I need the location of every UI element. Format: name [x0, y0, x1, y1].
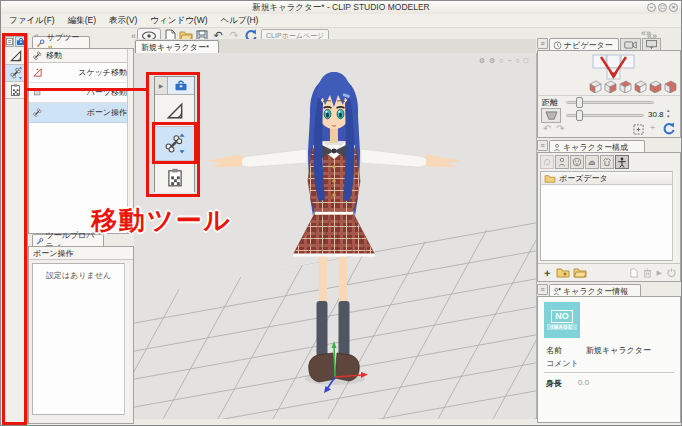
cube-right-icon[interactable]: [633, 80, 647, 93]
structure-scrollbar[interactable]: [672, 171, 678, 261]
cube-top-icon[interactable]: [648, 80, 662, 93]
tool-property-scrollbar[interactable]: [124, 263, 130, 415]
menu-help[interactable]: ヘルプ(H): [221, 15, 259, 27]
annotation-label: 移動ツール: [91, 203, 232, 238]
clothes-filter-button[interactable]: [600, 155, 614, 169]
cube-bottom-icon[interactable]: [663, 80, 677, 93]
angle-slider-thumb[interactable]: [576, 110, 583, 121]
power-icon[interactable]: [667, 268, 676, 277]
tool-material-button[interactable]: [4, 82, 27, 99]
tool-property-empty-message: 設定はありません: [33, 270, 124, 281]
tool-move-button[interactable]: [4, 65, 27, 82]
distance-slider-thumb[interactable]: [576, 97, 583, 108]
cube-front-icon[interactable]: [588, 80, 602, 93]
bone-operation-icon: [32, 107, 43, 118]
no-image-bottom: IMAGE: [547, 324, 576, 330]
toolbox-icon: [16, 37, 26, 46]
subtool-item-parts-move[interactable]: パーツ移動: [29, 83, 133, 103]
palette-sketch-button[interactable]: [155, 95, 194, 127]
camera-orientation-widget[interactable]: [591, 54, 639, 80]
body-icon: [557, 157, 567, 167]
toolbox-minitab[interactable]: [15, 36, 27, 47]
add-icon[interactable]: ＋: [542, 266, 552, 280]
play-icon[interactable]: ▶: [657, 269, 662, 277]
structure-list: ポーズデータ: [540, 171, 674, 261]
navigator-menu-button[interactable]: ≡: [537, 38, 548, 49]
accessory-filter-button[interactable]: [585, 155, 599, 169]
tool-sketch-button[interactable]: [4, 48, 27, 65]
tool-panel: [3, 34, 28, 424]
body-filter-button[interactable]: [555, 155, 569, 169]
subtool-tab-icon: [36, 39, 45, 48]
right-collapse-icons[interactable]: «»: [641, 28, 651, 38]
menu-window[interactable]: ウィンドウ(W): [150, 15, 207, 27]
tool-property-panel: ボーン操作 設定はありません: [28, 246, 134, 424]
no-image-top: NO: [551, 310, 573, 323]
cube-left-icon[interactable]: [618, 80, 632, 93]
tool-list-minitab[interactable]: [5, 36, 14, 47]
palette-move-button[interactable]: [155, 127, 194, 161]
pose-filter-button[interactable]: [615, 155, 629, 169]
gear2-icon[interactable]: ⚙: [489, 57, 495, 65]
bone-move-icon: [9, 66, 23, 80]
reset-view-button[interactable]: [662, 122, 675, 135]
subtool-item-sketch-move[interactable]: スケッチ移動: [29, 63, 133, 83]
page-icon[interactable]: [630, 268, 638, 278]
fit-area-button[interactable]: [633, 124, 644, 135]
parts-move-icon: [32, 87, 43, 98]
title-bar: 新規キャラクター* - CLIP STUDIO MODELER: [1, 1, 681, 15]
gear-icon[interactable]: ⚙: [479, 57, 485, 65]
trash-icon[interactable]: [643, 268, 652, 278]
accessory-icon: [587, 157, 597, 167]
hair-icon: [542, 157, 552, 167]
clock-icon: [553, 41, 562, 50]
close-button[interactable]: ×: [669, 3, 678, 12]
tool-property-toolname: ボーン操作: [29, 247, 133, 260]
hair-filter-button[interactable]: [540, 155, 554, 169]
navigator-panel: 距離 30.8 ▲ ▼ ↶ ↷ ＋: [537, 50, 681, 138]
menu-view[interactable]: 表示(V): [109, 15, 137, 27]
perspective-button[interactable]: [541, 108, 561, 123]
menu-file[interactable]: ファイル(F): [9, 15, 55, 27]
structure-menu-button[interactable]: ≡: [537, 140, 548, 151]
view-preset-cubes: [588, 80, 677, 93]
palette-toolbox-tab[interactable]: [168, 77, 194, 94]
nav-undo-icon[interactable]: ↶: [543, 123, 551, 134]
tool-property-content: 設定はありません: [32, 263, 125, 415]
maximize-button[interactable]: □: [658, 3, 667, 12]
subtool-item-bone-operation[interactable]: ボーン操作: [29, 103, 133, 123]
subtool-group-header[interactable]: 移動: [29, 49, 133, 63]
nav-redo-icon[interactable]: ↷: [556, 123, 564, 134]
open-folder-small-icon[interactable]: [573, 267, 587, 278]
info-menu-button[interactable]: ≡: [537, 284, 548, 295]
height-value[interactable]: 0.0: [578, 378, 589, 387]
new-folder-icon[interactable]: [556, 267, 570, 278]
palette-header: ▶: [155, 77, 194, 95]
palette-material-button[interactable]: [155, 161, 194, 193]
square-icon[interactable]: □: [524, 57, 528, 65]
camera-orientation-icon: [591, 54, 639, 80]
floating-tool-palette: ▶: [154, 76, 195, 192]
minus-icon[interactable]: −: [507, 57, 511, 65]
circle2-icon[interactable]: ○: [516, 57, 520, 65]
menu-edit[interactable]: 編集(E): [68, 15, 96, 27]
angle-value[interactable]: 30.8: [648, 110, 664, 119]
list-icon: [6, 38, 13, 45]
circle-icon[interactable]: ○: [499, 57, 503, 65]
minimize-button[interactable]: −: [647, 3, 656, 12]
document-tab[interactable]: 新規キャラクター*: [135, 40, 219, 53]
move-group-icon: [32, 50, 43, 61]
face-filter-button[interactable]: [570, 155, 584, 169]
character-thumbnail[interactable]: NO IMAGE: [544, 302, 580, 338]
cube-back-icon[interactable]: [603, 80, 617, 93]
perspective-icon: [545, 111, 558, 121]
nav-plus-icon[interactable]: ＋: [648, 121, 657, 134]
structure-tab-label: キャラクター構成: [563, 142, 628, 153]
palette-collapse-button[interactable]: ▶: [155, 77, 168, 94]
spinner-down-icon[interactable]: ▼: [666, 114, 670, 120]
name-value[interactable]: 新規キャラクター: [586, 345, 651, 356]
structure-panel: ポーズデータ ＋ ▶: [537, 152, 681, 282]
pose-data-row[interactable]: ポーズデータ: [541, 172, 673, 185]
face-icon: [572, 157, 582, 167]
pose-data-label: ポーズデータ: [559, 173, 608, 184]
